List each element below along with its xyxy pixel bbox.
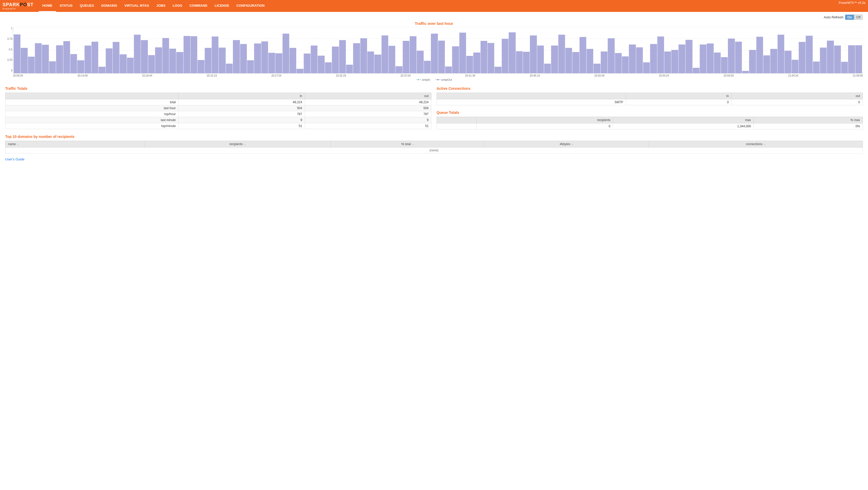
- bar-group: [205, 27, 212, 73]
- bar-out: [92, 42, 98, 73]
- bar-group: [396, 27, 402, 73]
- bar-group: [275, 27, 282, 73]
- bar-group: [233, 27, 240, 73]
- sort-arrows-pct[interactable]: ↑↓: [411, 143, 414, 146]
- bar-out: [473, 53, 480, 73]
- app-logo: SPARKPOST PowerMTA: [3, 2, 34, 10]
- legend-smtp-in-icon: [416, 78, 421, 81]
- nav-virtual-mtas[interactable]: VIRTUAL MTAS: [121, 0, 153, 12]
- bar-out: [254, 44, 261, 73]
- nav-home[interactable]: HOME: [39, 0, 56, 12]
- bar-group: [92, 27, 98, 73]
- version-label: PowerMTA™ v5.0a: [839, 1, 865, 5]
- bar-group: [657, 27, 664, 73]
- top10-section: Top 10 domains by number of recipients n…: [5, 135, 863, 153]
- traffic-chart-section: Traffic over last hour 1 0.75 0.5 0.25 0: [5, 21, 863, 81]
- table-row: last hour 504 504: [5, 105, 431, 111]
- bar-out: [806, 36, 812, 73]
- nav-command[interactable]: COMMAND: [186, 0, 211, 12]
- bar-group: [21, 27, 27, 73]
- bar-group: [162, 27, 169, 73]
- bar-group: [431, 27, 438, 73]
- top10-empty-label: (none): [5, 147, 863, 153]
- sort-arrows-recipients[interactable]: ↑↓: [244, 143, 246, 146]
- nav-jobs[interactable]: JOBS: [153, 0, 169, 12]
- nav-queues[interactable]: QUEUES: [76, 0, 98, 12]
- qt-header-recipients: recipients: [476, 117, 613, 123]
- bar-group: [417, 27, 424, 73]
- bar-out: [247, 60, 254, 73]
- bar-out: [756, 37, 763, 73]
- bar-out: [685, 40, 692, 73]
- bar-group: [452, 27, 459, 73]
- ac-smtp-label: SMTP: [437, 99, 626, 105]
- bar-group: [516, 27, 523, 73]
- bar-group: [679, 27, 685, 73]
- bar-group: [155, 27, 162, 73]
- queue-totals-title: Queue Totals: [437, 111, 863, 115]
- bar-out: [700, 45, 707, 73]
- nav-license[interactable]: LICENSE: [211, 0, 232, 12]
- top10-header-kbytes: #kbytes ↑↓: [485, 141, 649, 147]
- bar-out: [693, 68, 700, 73]
- user-guide-link[interactable]: User's Guide: [5, 157, 25, 161]
- bar-group: [374, 27, 381, 73]
- bar-group: [106, 27, 113, 73]
- bar-group: [268, 27, 275, 73]
- legend-smtp-out: smtpOut: [436, 78, 452, 81]
- y-label-075: 0.75: [7, 37, 12, 40]
- bar-out: [509, 32, 516, 73]
- chart-x-axis: 20:09:34 20:14:09 20:18:44 20:23:19 20:2…: [13, 74, 863, 77]
- main-content: Auto Refresh On Off Traffic over last ho…: [0, 12, 868, 164]
- bar-group: [282, 27, 289, 73]
- bar-out: [360, 38, 367, 73]
- bar-out: [396, 66, 402, 73]
- x-label-3: 20:23:19: [207, 74, 217, 77]
- legend-smtp-in: smtpIn: [416, 78, 430, 81]
- toggle-on[interactable]: On: [845, 15, 854, 20]
- tt-header-in: in: [178, 93, 305, 99]
- traffic-totals-table: in out total 48,224 48,224 last hour 504…: [5, 93, 431, 129]
- bar-out: [601, 52, 608, 73]
- nav-domains[interactable]: DOMAINS: [98, 0, 121, 12]
- bar-out: [346, 65, 353, 73]
- x-label-4: 20:27:54: [271, 74, 281, 77]
- bar-out: [784, 51, 791, 73]
- nav-status[interactable]: STATUS: [56, 0, 76, 12]
- top10-empty-row: (none): [5, 147, 863, 153]
- bar-group: [381, 27, 388, 73]
- bar-out: [778, 35, 784, 73]
- bar-out: [452, 46, 459, 73]
- bar-out: [162, 38, 169, 73]
- chart-bars: [13, 27, 863, 73]
- tt-header-out: out: [305, 93, 431, 99]
- bar-out: [820, 48, 827, 73]
- nav-configuration[interactable]: CONFIGURATION: [233, 0, 268, 12]
- bar-out: [855, 45, 862, 73]
- bar-group: [763, 27, 770, 73]
- nav-logs[interactable]: LOGS: [169, 0, 186, 12]
- x-label-6: 20:37:04: [401, 74, 411, 77]
- auto-refresh-toggle[interactable]: On Off: [845, 15, 863, 20]
- toggle-off[interactable]: Off: [854, 15, 863, 20]
- table-row: top/hour 787 787: [5, 111, 431, 117]
- bar-group: [707, 27, 713, 73]
- bar-out: [219, 48, 225, 73]
- bar-out: [495, 67, 501, 73]
- bar-out: [749, 50, 756, 73]
- bar-group: [820, 27, 827, 73]
- tt-total-in: 48,224: [178, 99, 305, 105]
- sort-arrows-kbytes[interactable]: ↑↓: [571, 143, 574, 146]
- tt-tophour-out: 787: [305, 111, 431, 117]
- sort-arrows-name[interactable]: ↑↓: [17, 143, 19, 146]
- bar-group: [693, 27, 700, 73]
- bar-group: [608, 27, 614, 73]
- bar-out: [304, 54, 310, 73]
- qt-max: 1,344,000: [613, 123, 754, 129]
- bar-out: [551, 46, 558, 73]
- bar-out: [558, 35, 565, 73]
- bar-out: [233, 40, 240, 73]
- sort-arrows-connections[interactable]: ↑↓: [763, 143, 766, 146]
- qt-header-label: [437, 117, 477, 123]
- bar-group: [389, 27, 395, 73]
